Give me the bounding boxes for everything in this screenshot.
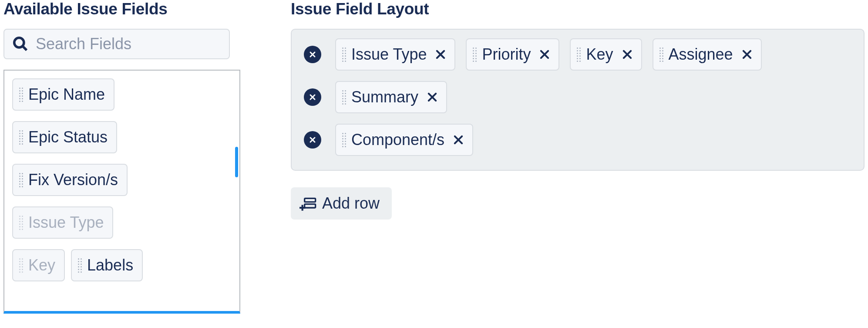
drag-handle-icon[interactable] [78,257,82,274]
add-row-button[interactable]: Add row [291,187,392,220]
svg-point-0 [14,38,24,47]
drag-handle-icon[interactable] [342,47,346,63]
field-label: Key [586,45,613,64]
layout-area: Issue TypePriorityKeyAssigneeSummaryComp… [291,29,865,171]
layout-field-chip[interactable]: Priority [466,38,559,71]
remove-field-button[interactable] [426,91,438,103]
layout-title: Issue Field Layout [291,0,865,18]
field-label: Fix Version/s [28,171,118,189]
layout-field-chip[interactable]: Component/s [335,124,473,156]
layout-row: Component/s [304,124,851,156]
svg-line-1 [23,47,27,51]
field-label: Epic Name [28,85,105,104]
svg-rect-21 [305,204,316,208]
remove-field-button[interactable] [434,48,447,61]
field-label: Issue Type [28,213,104,232]
available-field-chip[interactable]: Epic Status [12,121,117,153]
remove-field-button[interactable] [538,48,551,61]
remove-row-button[interactable] [304,88,321,106]
layout-field-chip[interactable]: Summary [335,81,447,113]
available-field-chip[interactable]: Epic Name [12,78,114,111]
layout-row: Issue TypePriorityKeyAssignee [304,38,851,71]
field-label: Labels [87,256,133,274]
remove-row-button[interactable] [304,46,321,63]
layout-field-chip[interactable]: Assignee [653,38,762,71]
layout-field-chip[interactable]: Issue Type [335,38,455,71]
drag-handle-icon[interactable] [19,129,23,145]
drag-handle-icon[interactable] [473,47,477,63]
drag-handle-icon[interactable] [19,215,23,231]
search-icon [12,36,29,52]
search-box[interactable] [3,29,230,59]
add-row-label: Add row [322,194,380,213]
available-field-chip[interactable]: Key [12,249,65,281]
layout-field-chip[interactable]: Key [570,38,642,71]
search-input[interactable] [36,35,221,53]
field-label: Epic Status [28,128,108,146]
field-label: Assignee [669,45,733,64]
drag-handle-icon[interactable] [577,47,581,63]
scrollbar-thumb[interactable] [235,147,238,177]
field-label: Summary [351,88,418,106]
remove-field-button[interactable] [621,48,633,61]
drag-handle-icon[interactable] [19,87,23,103]
drag-handle-icon[interactable] [19,172,23,188]
layout-row: Summary [304,81,851,113]
drag-handle-icon[interactable] [342,132,346,148]
remove-row-button[interactable] [304,131,321,149]
drag-handle-icon[interactable] [19,257,23,274]
drag-handle-icon[interactable] [342,89,346,105]
remove-field-button[interactable] [741,48,753,61]
field-label: Issue Type [351,45,427,64]
drag-handle-icon[interactable] [659,47,663,63]
available-field-chip[interactable]: Labels [71,249,143,281]
available-field-chip[interactable]: Issue Type [12,206,113,239]
remove-field-button[interactable] [452,134,464,146]
available-field-chip[interactable]: Fix Version/s [12,164,128,196]
field-label: Priority [482,45,531,64]
available-fields-list: Epic NameEpic StatusFix Version/sIssue T… [3,70,240,314]
field-label: Key [28,256,55,274]
add-row-icon [299,195,317,212]
svg-rect-20 [305,198,316,202]
field-label: Component/s [351,131,444,149]
available-fields-title: Available Issue Fields [3,0,234,18]
